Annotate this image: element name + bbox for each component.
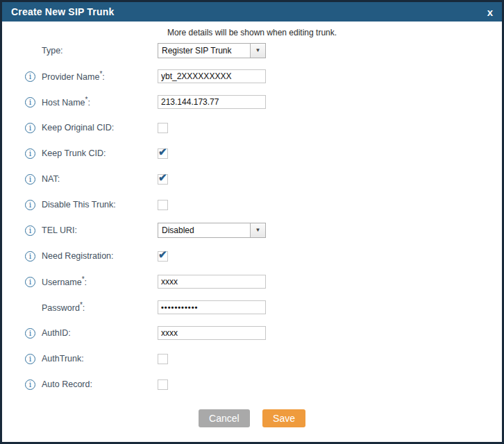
host-name-input[interactable]	[158, 95, 266, 109]
form-rows: i Type*: Register SIP Trunk▼ i Provider …	[2, 44, 502, 391]
form-row-auto-record: i Auto Record*:	[25, 377, 502, 391]
field-label: NAT*:	[42, 174, 158, 184]
field-control	[158, 123, 168, 133]
authtrunk-checkbox[interactable]	[158, 354, 168, 364]
save-button[interactable]: Save	[262, 409, 305, 427]
checkmark-icon: ✔	[158, 248, 167, 261]
field-label: Disable This Trunk*:	[42, 200, 158, 210]
info-icon[interactable]: i	[25, 200, 35, 210]
dialog-subtitle: More details will be shown when editing …	[2, 28, 502, 38]
form-row-provider-name: i Provider Name*:	[25, 69, 502, 83]
field-control	[158, 326, 266, 340]
create-sip-trunk-dialog: Create New SIP Trunk x More details will…	[0, 0, 504, 444]
field-label: AuthID*:	[42, 328, 158, 338]
keep-trunk-cid-checkbox[interactable]: ✔	[158, 148, 168, 159]
field-control	[158, 354, 168, 364]
info-icon[interactable]: i	[25, 71, 35, 82]
form-row-username: i Username*:	[25, 275, 502, 289]
field-label: Host Name*:	[42, 96, 158, 108]
close-icon[interactable]: x	[487, 7, 493, 17]
info-icon[interactable]: i	[25, 354, 35, 364]
type-select[interactable]: Register SIP Trunk▼	[158, 43, 266, 58]
field-label: Username*:	[42, 275, 158, 287]
dialog-titlebar: Create New SIP Trunk x	[2, 2, 502, 22]
form-row-keep-original-cid: i Keep Original CID*:	[25, 121, 502, 135]
field-control: ✔	[158, 148, 168, 159]
button-row: Cancel Save	[2, 409, 502, 427]
info-icon[interactable]: i	[25, 251, 35, 262]
disable-this-trunk-checkbox[interactable]	[158, 200, 168, 210]
checkmark-icon: ✔	[158, 146, 167, 158]
info-icon[interactable]: i	[25, 148, 35, 159]
field-control	[158, 69, 266, 83]
field-label: Keep Trunk CID*:	[42, 148, 158, 158]
form-row-tel-uri: i TEL URI*: Disabled▼	[25, 223, 502, 237]
info-icon[interactable]: i	[25, 379, 35, 390]
form-row-need-registration: i Need Registration*: ✔	[25, 249, 502, 263]
dropdown-arrow-icon: ▼	[250, 223, 265, 237]
form-row-authtrunk: i AuthTrunk*:	[25, 352, 502, 366]
form-row-host-name: i Host Name*:	[25, 95, 502, 109]
field-control	[158, 379, 168, 390]
field-control: ✔	[158, 251, 168, 262]
field-label: Type*:	[42, 46, 158, 56]
authid-input[interactable]	[158, 326, 266, 340]
info-icon[interactable]: i	[25, 277, 35, 287]
need-registration-checkbox[interactable]: ✔	[158, 251, 168, 262]
provider-name-input[interactable]	[158, 69, 266, 83]
form-row-disable-this-trunk: i Disable This Trunk*:	[25, 198, 502, 212]
checkmark-icon: ✔	[158, 171, 167, 184]
nat-checkbox[interactable]: ✔	[158, 174, 168, 185]
info-icon[interactable]: i	[25, 123, 35, 133]
dropdown-arrow-icon: ▼	[250, 44, 265, 58]
form-row-keep-trunk-cid: i Keep Trunk CID*: ✔	[25, 146, 502, 160]
form-row-password: i Password*:	[25, 300, 502, 314]
form-row-authid: i AuthID*:	[25, 326, 502, 340]
keep-original-cid-checkbox[interactable]	[158, 123, 168, 133]
field-control: ✔	[158, 174, 168, 185]
field-control	[158, 200, 168, 210]
field-label: Need Registration*:	[42, 251, 158, 261]
field-control	[158, 95, 266, 109]
info-icon[interactable]: i	[25, 97, 35, 108]
field-label: AuthTrunk*:	[42, 354, 158, 364]
field-label: Keep Original CID*:	[42, 123, 158, 133]
form-row-nat: i NAT*: ✔	[25, 172, 502, 186]
field-label: TEL URI*:	[42, 225, 158, 235]
field-label: Auto Record*:	[42, 379, 158, 389]
password-input[interactable]	[158, 300, 266, 314]
field-control	[158, 275, 266, 289]
field-control	[158, 300, 266, 314]
field-label: Provider Name*:	[42, 70, 158, 82]
dialog-title: Create New SIP Trunk	[11, 6, 114, 17]
info-icon[interactable]: i	[25, 174, 35, 185]
info-icon[interactable]: i	[25, 225, 35, 236]
field-control: Disabled▼	[158, 223, 266, 238]
form-row-type: i Type*: Register SIP Trunk▼	[25, 44, 502, 58]
cancel-button[interactable]: Cancel	[199, 409, 250, 427]
field-control: Register SIP Trunk▼	[158, 43, 266, 58]
field-label: Password*:	[42, 301, 158, 313]
info-icon[interactable]: i	[25, 328, 35, 339]
username-input[interactable]	[158, 275, 266, 289]
auto-record-checkbox[interactable]	[158, 379, 168, 390]
tel-uri-select[interactable]: Disabled▼	[158, 223, 266, 238]
